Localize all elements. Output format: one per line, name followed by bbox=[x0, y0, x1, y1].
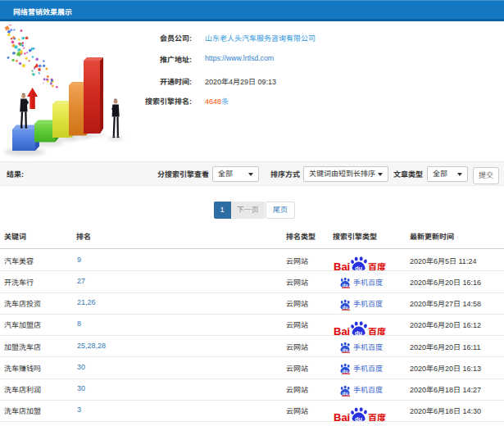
svg-text:百度: 百度 bbox=[368, 410, 386, 422]
svg-text:百度: 百度 bbox=[368, 260, 386, 271]
svg-text:du: du bbox=[342, 283, 347, 288]
svg-text:Bai: Bai bbox=[334, 411, 350, 422]
svg-text:du: du bbox=[342, 347, 347, 352]
svg-text:du: du bbox=[342, 390, 347, 395]
svg-text:du: du bbox=[342, 304, 347, 309]
svg-text:百度: 百度 bbox=[368, 324, 386, 336]
svg-text:du: du bbox=[342, 369, 347, 374]
svg-text:Bai: Bai bbox=[334, 261, 350, 271]
svg-text:Bai: Bai bbox=[334, 325, 350, 336]
